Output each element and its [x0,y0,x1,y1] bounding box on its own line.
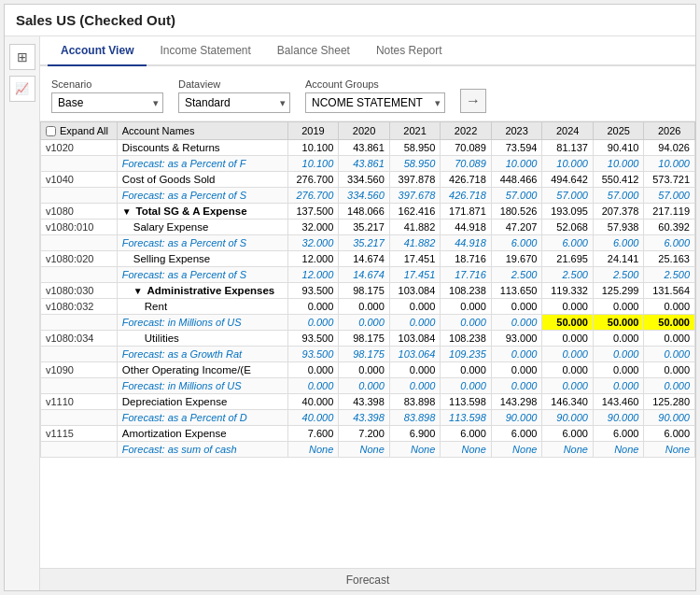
data-cell: 180.526 [491,204,542,220]
forecast-label-cell[interactable]: Forecast: as a Percent of S [117,235,287,251]
forecast-value-cell: 58.950 [389,156,441,172]
forecast-value-cell: 50.000 [593,315,644,331]
col-header-account-names: Account Names [117,122,287,140]
account-name-cell: ▼ Total SG & A Expense [117,204,287,220]
forecast-label-cell[interactable]: Forecast: as a Percent of F [117,156,287,172]
data-cell: 40.000 [287,394,339,410]
forecast-value-cell: 10.100 [287,156,339,172]
forecast-value-cell: 98.175 [339,347,390,362]
data-cell: 108.238 [441,331,492,347]
account-name-cell: ▼ Administrative Expenses [117,283,287,299]
data-cell: 108.238 [441,283,492,299]
account-groups-label: Account Groups [305,78,445,90]
forecast-id-cell [41,267,118,283]
scenario-select[interactable]: Base [51,92,163,113]
forecast-value-cell: 90.000 [644,410,695,426]
data-cell: 94.026 [644,140,695,156]
data-cell: 162.416 [389,204,441,220]
table-header-row: Expand All Account Names 2019 2020 2021 … [41,122,695,140]
forecast-id-cell [41,378,118,394]
data-table-container[interactable]: Expand All Account Names 2019 2020 2021 … [40,121,695,568]
forecast-value-cell: 109.235 [441,347,492,362]
main-area: ⊞ 📈 Account View Income Statement Balanc… [5,36,695,590]
forecast-value-cell: 93.500 [287,347,339,362]
data-cell: 143.460 [593,394,644,410]
forecast-row: Forecast: as a Percent of S12.00014.6741… [41,267,695,283]
dataview-control: Dataview Standard [178,78,290,113]
forecast-id-cell [41,235,118,251]
forecast-value-cell: 10.000 [491,156,542,172]
arrow-button[interactable]: → [460,89,486,113]
data-cell: 58.950 [389,140,441,156]
tab-balance-sheet[interactable]: Balance Sheet [264,36,363,66]
forecast-label-cell[interactable]: Forecast: as sum of cash [117,442,287,458]
table-row: v1040Cost of Goods Sold276.700334.560397… [41,172,695,188]
forecast-label-cell[interactable]: Forecast: as a Percent of S [117,188,287,204]
chart-icon-button[interactable]: 📈 [9,76,35,102]
data-cell: 81.137 [542,140,594,156]
col-header-2019: 2019 [287,122,339,140]
data-cell: 0.000 [593,362,644,378]
data-cell: 125.280 [644,394,695,410]
forecast-value-cell: 43.861 [339,156,390,172]
forecast-value-cell: 0.000 [441,378,492,394]
account-groups-select-wrapper: NCOME STATEMENT [305,92,445,113]
forecast-value-cell: None [593,442,644,458]
col-header-2020: 2020 [339,122,390,140]
forecast-value-cell: 0.000 [339,378,390,394]
col-header-2022: 2022 [441,122,492,140]
data-cell: 98.175 [339,283,390,299]
table-row: v1115Amortization Expense7.6007.2006.900… [41,426,695,442]
forecast-label-cell[interactable]: Forecast: in Millions of US [117,315,287,331]
forecast-value-cell: 113.598 [441,410,492,426]
forecast-id-cell [41,188,118,204]
forecast-label-cell[interactable]: Forecast: as a Percent of D [117,410,287,426]
account-id-cell: v1020 [41,140,118,156]
forecast-value-cell: 0.000 [491,315,542,331]
grid-icon-button[interactable]: ⊞ [9,44,35,70]
data-cell: 32.000 [287,220,339,235]
data-cell: 146.340 [542,394,594,410]
data-cell: 70.089 [441,140,492,156]
data-cell: 103.084 [389,331,441,347]
forecast-row: Forecast: as a Percent of F10.10043.8615… [41,156,695,172]
account-id-cell: v1080:034 [41,331,118,347]
tab-income-statement[interactable]: Income Statement [147,36,263,66]
forecast-row: Forecast: as sum of cashNoneNoneNoneNone… [41,442,695,458]
account-id-cell: v1080:020 [41,251,118,267]
col-header-2021: 2021 [389,122,441,140]
data-cell: 21.695 [542,251,594,267]
tab-notes-report[interactable]: Notes Report [363,36,455,66]
forecast-value-cell: 43.398 [339,410,390,426]
forecast-value-cell: 276.700 [287,188,339,204]
forecast-label-cell[interactable]: Forecast: as a Percent of S [117,267,287,283]
data-cell: 0.000 [339,362,390,378]
forecast-row: Forecast: in Millions of US0.0000.0000.0… [41,315,695,331]
data-cell: 0.000 [441,362,492,378]
data-cell: 276.700 [287,172,339,188]
expand-all-label: Expand All [60,125,108,136]
forecast-value-cell: 0.000 [542,378,594,394]
data-cell: 0.000 [593,331,644,347]
data-cell: 137.500 [287,204,339,220]
forecast-value-cell: None [491,442,542,458]
data-cell: 43.398 [339,394,390,410]
forecast-value-cell: 10.000 [644,156,695,172]
forecast-value-cell: 0.000 [287,315,339,331]
account-id-cell: v1090 [41,362,118,378]
forecast-value-cell: 2.500 [593,267,644,283]
data-cell: 113.650 [491,283,542,299]
data-cell: 93.000 [491,331,542,347]
data-cell: 6.000 [644,426,695,442]
forecast-label-cell[interactable]: Forecast: in Millions of US [117,378,287,394]
tab-account-view[interactable]: Account View [48,36,147,66]
forecast-value-cell: None [389,442,441,458]
scenario-select-wrapper: Base [51,92,163,113]
expand-all-checkbox[interactable] [46,126,56,136]
account-groups-control: Account Groups NCOME STATEMENT [305,78,445,113]
data-cell: 7.200 [339,426,390,442]
dataview-select[interactable]: Standard [178,92,290,113]
forecast-row: Forecast: as a Percent of S276.700334.56… [41,188,695,204]
account-groups-select[interactable]: NCOME STATEMENT [305,92,445,113]
forecast-label-cell[interactable]: Forecast: as a Growth Rat [117,347,287,362]
